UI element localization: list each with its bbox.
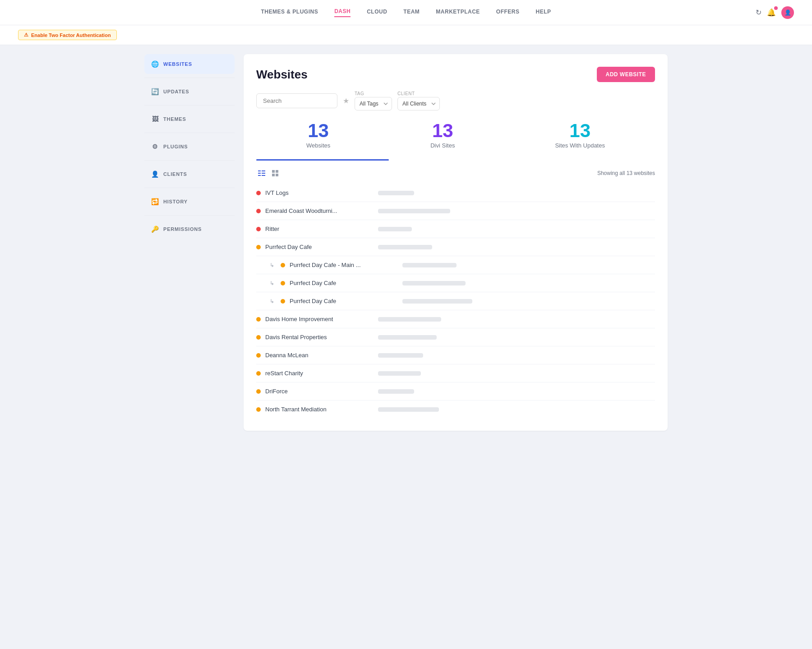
status-dot xyxy=(256,209,261,213)
sidebar-item-history[interactable]: 🔁 HISTORY xyxy=(144,192,235,212)
sidebar: 🌐 WEBSITES 🔄 UPDATES 🖼 THEMES ⚙ PLUGINS … xyxy=(144,54,235,431)
site-url xyxy=(378,371,421,376)
sidebar-label-themes: THEMES xyxy=(163,116,186,122)
sidebar-item-themes[interactable]: 🖼 THEMES xyxy=(144,109,235,129)
table-row[interactable]: Davis Rental Properties xyxy=(256,328,655,346)
table-row[interactable]: reStart Charity xyxy=(256,364,655,382)
website-list: IVT LogsEmerald Coast Woodturni...Ritter… xyxy=(256,184,655,418)
showing-text: Showing all 13 websites xyxy=(597,170,655,176)
alert-bar: ⚠ Enable Two Factor Authentication xyxy=(0,25,812,45)
indent-icon: ↳ xyxy=(270,262,274,268)
site-url xyxy=(378,317,441,322)
site-name: Purrfect Day Cafe xyxy=(290,280,389,286)
sidebar-item-plugins[interactable]: ⚙ PLUGINS xyxy=(144,137,235,156)
sidebar-item-permissions[interactable]: 🔑 PERMISSIONS xyxy=(144,219,235,239)
nav-themes-plugins[interactable]: THEMES & PLUGINS xyxy=(261,9,318,17)
indent-icon: ↳ xyxy=(270,298,274,304)
nav-help[interactable]: HELP xyxy=(536,9,551,17)
svg-rect-5 xyxy=(262,175,265,176)
nav-offers[interactable]: OFFERS xyxy=(496,9,520,17)
sidebar-label-history: HISTORY xyxy=(163,199,188,204)
table-row[interactable]: ↳Purrfect Day Cafe - Main ... xyxy=(256,256,655,274)
sidebar-label-permissions: PERMISSIONS xyxy=(163,226,202,232)
table-row[interactable]: ↳Purrfect Day Cafe xyxy=(256,292,655,310)
avatar[interactable]: 👤 xyxy=(781,6,794,19)
nav-right: ↻ 🔔 👤 xyxy=(756,6,794,19)
stat-divi-label: Divi Sites xyxy=(430,142,455,149)
client-select[interactable]: All Clients xyxy=(397,97,440,110)
stat-websites[interactable]: 13 Websites xyxy=(306,121,330,149)
sidebar-item-websites[interactable]: 🌐 WEBSITES xyxy=(144,54,235,74)
table-row[interactable]: Purrfect Day Cafe xyxy=(256,238,655,256)
list-view-icon[interactable] xyxy=(256,168,267,179)
svg-rect-9 xyxy=(276,174,278,176)
table-row[interactable]: DriForce xyxy=(256,382,655,400)
stat-websites-label: Websites xyxy=(306,142,330,149)
nav-dash[interactable]: DASH xyxy=(334,8,351,17)
stat-websites-number: 13 xyxy=(308,121,329,140)
stat-divi-sites[interactable]: 13 Divi Sites xyxy=(430,121,455,149)
nav-cloud[interactable]: CLOUD xyxy=(367,9,387,17)
svg-rect-7 xyxy=(276,170,278,173)
refresh-icon[interactable]: ↻ xyxy=(756,8,761,17)
table-row[interactable]: Emerald Coast Woodturni... xyxy=(256,202,655,220)
status-dot xyxy=(256,353,261,358)
status-dot xyxy=(256,317,261,322)
client-label: CLIENT xyxy=(397,91,440,96)
filters-row: ★ TAG All Tags CLIENT All Clients xyxy=(256,91,655,110)
top-navigation: THEMES & PLUGINS DASH CLOUD TEAM MARKETP… xyxy=(0,0,812,25)
table-row[interactable]: IVT Logs xyxy=(256,184,655,202)
svg-rect-2 xyxy=(258,175,261,176)
status-dot xyxy=(256,191,261,195)
add-website-button[interactable]: ADD WEBSITE xyxy=(597,67,655,82)
status-dot xyxy=(281,281,285,285)
svg-rect-6 xyxy=(272,170,275,173)
sidebar-item-clients[interactable]: 👤 CLIENTS xyxy=(144,164,235,184)
sidebar-divider-2 xyxy=(144,105,235,106)
status-dot xyxy=(256,389,261,394)
site-name: Purrfect Day Cafe xyxy=(290,298,389,304)
site-url xyxy=(378,227,412,231)
stat-updates-label: Sites With Updates xyxy=(555,142,605,149)
nav-marketplace[interactable]: MARKETPLACE xyxy=(436,9,480,17)
site-name: Deanna McLean xyxy=(265,352,364,359)
permissions-icon: 🔑 xyxy=(152,226,159,233)
updates-icon: 🔄 xyxy=(152,88,159,95)
status-dot xyxy=(256,407,261,412)
tag-filter-group: TAG All Tags xyxy=(355,91,392,110)
client-filter-group: CLIENT All Clients xyxy=(397,91,440,110)
sidebar-item-updates[interactable]: 🔄 UPDATES xyxy=(144,82,235,101)
tag-label: TAG xyxy=(355,91,392,96)
content-area: Websites ADD WEBSITE ★ TAG All Tags CLIE… xyxy=(244,54,668,431)
site-name: Purrfect Day Cafe - Main ... xyxy=(290,262,389,268)
websites-icon: 🌐 xyxy=(152,60,159,68)
table-controls: Showing all 13 websites xyxy=(256,168,655,179)
sidebar-label-updates: UPDATES xyxy=(163,89,189,94)
table-row[interactable]: Davis Home Improvement xyxy=(256,310,655,328)
nav-team[interactable]: TEAM xyxy=(403,9,420,17)
status-dot xyxy=(256,335,261,340)
stat-updates[interactable]: 13 Sites With Updates xyxy=(555,121,605,149)
table-row[interactable]: ↳Purrfect Day Cafe xyxy=(256,274,655,292)
main-layout: 🌐 WEBSITES 🔄 UPDATES 🖼 THEMES ⚙ PLUGINS … xyxy=(135,45,677,440)
sidebar-divider-5 xyxy=(144,188,235,188)
grid-view-icon[interactable] xyxy=(270,168,281,179)
stat-divi-number: 13 xyxy=(432,121,453,140)
table-row[interactable]: Ritter xyxy=(256,220,655,238)
svg-rect-3 xyxy=(262,170,265,171)
bell-icon[interactable]: 🔔 xyxy=(767,8,776,17)
tag-select[interactable]: All Tags xyxy=(355,97,392,110)
site-name: Purrfect Day Cafe xyxy=(265,244,364,250)
site-name: Davis Home Improvement xyxy=(265,316,364,322)
favorites-star[interactable]: ★ xyxy=(343,97,349,105)
table-row[interactable]: North Tarrant Mediation xyxy=(256,400,655,418)
sidebar-divider-4 xyxy=(144,160,235,161)
alert-text: Enable Two Factor Authentication xyxy=(31,32,111,38)
sidebar-label-websites: WEBSITES xyxy=(163,61,192,67)
table-row[interactable]: Deanna McLean xyxy=(256,346,655,364)
two-factor-alert[interactable]: ⚠ Enable Two Factor Authentication xyxy=(18,30,117,40)
status-dot xyxy=(256,227,261,231)
search-input[interactable] xyxy=(256,93,337,108)
alert-icon: ⚠ xyxy=(24,32,28,38)
svg-rect-0 xyxy=(258,170,261,171)
